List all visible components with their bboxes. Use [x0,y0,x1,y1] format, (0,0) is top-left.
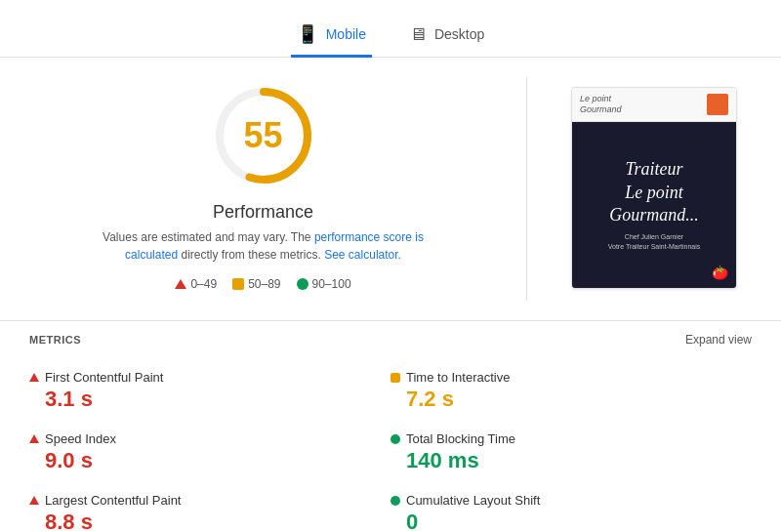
legend-orange-label: 50–89 [248,277,280,291]
metric-si-name: Speed Index [45,431,116,446]
metric-lcp: Largest Contentful Paint 8.8 s [29,483,390,532]
info-text-1: Values are estimated and may vary. The [103,230,310,244]
metrics-title: METRICS [29,334,81,346]
metric-tti-name: Time to Interactive [406,370,510,385]
logo-line2: Gourmand [580,104,622,114]
legend: 0–49 50–89 90–100 [175,277,350,291]
metric-si-value-area: 9.0 s [29,448,390,473]
expand-view-button[interactable]: Expand view [685,333,752,347]
metric-fcp-name: First Contentful Paint [45,370,163,385]
mobile-icon: 📱 [297,23,318,45]
tomatoes-icon: 🍅 [712,265,728,280]
calculator-link[interactable]: See calculator. [324,248,401,262]
legend-red-label: 0–49 [190,277,217,291]
metric-tti-value: 7.2 s [406,387,454,411]
metric-tbt: Total Blocking Time 140 ms [390,422,752,483]
legend-green-icon [297,278,308,290]
logo-line1: Le point [580,94,611,103]
left-panel: 55 Performance Values are estimated and … [29,77,497,301]
metric-fcp-value-area: 3.1 s [29,387,390,412]
screenshot-body: Traiteur Le point Gourmand... Chef Julie… [572,122,736,288]
legend-orange-icon [232,278,244,290]
tab-bar: 📱 Mobile 🖥 Desktop [0,0,781,58]
desktop-icon: 🖥 [409,24,427,45]
metric-tti-value-area: 7.2 s [390,387,752,412]
green-circle-icon [390,434,400,444]
screenshot-subtitle: Chef Julien GarnierVotre Traiteur Saint-… [608,232,701,252]
legend-green-label: 90–100 [312,277,351,291]
score-circle: 55 [205,77,322,194]
metric-tbt-value: 140 ms [406,448,479,472]
metrics-grid: First Contentful Paint 3.1 s Time to Int… [29,360,752,532]
metric-lcp-row: Largest Contentful Paint [29,493,390,508]
performance-label: Performance [213,202,313,223]
tab-mobile-label: Mobile [326,26,366,42]
metric-cls: Cumulative Layout Shift 0 [390,483,752,532]
legend-orange: 50–89 [232,277,280,291]
metric-cls-row: Cumulative Layout Shift [390,493,752,508]
red-triangle-icon-2 [29,434,39,443]
orange-badge [707,94,728,115]
metric-tti: Time to Interactive 7.2 s [390,360,752,422]
metric-cls-value-area: 0 [390,510,752,532]
score-container: 55 Performance Values are estimated and … [29,77,497,291]
tab-mobile[interactable]: 📱 Mobile [291,14,372,58]
metric-cls-name: Cumulative Layout Shift [406,493,540,508]
metric-lcp-value: 8.8 s [45,510,93,532]
panel-divider [526,77,527,301]
metric-tbt-name: Total Blocking Time [406,431,515,446]
tab-desktop[interactable]: 🖥 Desktop [403,15,490,58]
metrics-section: METRICS Expand view First Contentful Pai… [0,320,781,532]
metric-lcp-name: Largest Contentful Paint [45,493,181,508]
info-text: Values are estimated and may vary. The p… [98,228,430,264]
tab-desktop-label: Desktop [434,26,484,42]
green-circle-icon-2 [390,496,400,506]
legend-red-icon [175,279,186,289]
metric-tti-row: Time to Interactive [390,370,752,385]
title-line1: Traiteur [625,159,682,179]
info-text-2: directly from these metrics. [181,248,320,262]
screenshot-frame: Le point Gourmand Traiteur Le point Gour… [571,87,737,289]
metric-si-row: Speed Index [29,431,390,446]
metric-tbt-value-area: 140 ms [390,448,752,473]
orange-square-icon [390,373,400,383]
metric-fcp-value: 3.1 s [45,387,93,411]
score-value: 55 [243,115,282,156]
metric-tbt-row: Total Blocking Time [390,431,752,446]
metric-fcp-row: First Contentful Paint [29,370,390,385]
red-triangle-icon [29,373,39,382]
metric-si-value: 9.0 s [45,448,93,472]
screenshot-logo: Le point Gourmand [580,94,622,115]
main-content: 55 Performance Values are estimated and … [0,58,781,320]
screenshot-title: Traiteur Le point Gourmand... [609,158,699,226]
title-line2: Le point [625,183,683,202]
right-panel: Le point Gourmand Traiteur Le point Gour… [556,77,752,301]
screenshot-header: Le point Gourmand [572,88,736,122]
red-triangle-icon-3 [29,496,39,505]
metric-fcp: First Contentful Paint 3.1 s [29,360,390,422]
metrics-header: METRICS Expand view [29,333,752,347]
metric-si: Speed Index 9.0 s [29,422,390,483]
metric-lcp-value-area: 8.8 s [29,510,390,532]
metric-cls-value: 0 [406,510,418,532]
title-line3: Gourmand... [609,205,699,225]
legend-green: 90–100 [297,277,351,291]
legend-red: 0–49 [175,277,217,291]
